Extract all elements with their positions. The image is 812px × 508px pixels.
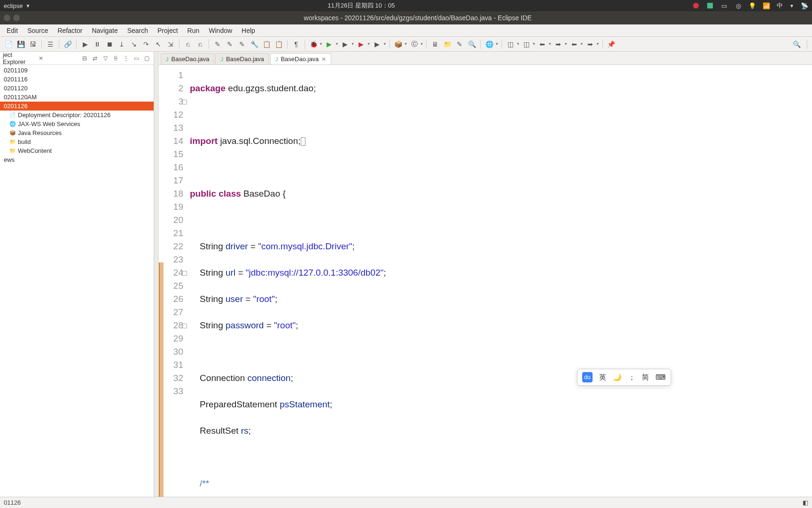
- step-over-button[interactable]: ↷: [141, 39, 152, 50]
- sidebar-close-icon[interactable]: ✕: [38, 55, 44, 62]
- menu-help[interactable]: Help: [237, 25, 260, 36]
- minimize-icon[interactable]: [4, 15, 10, 21]
- minimize-view-icon[interactable]: ▭: [132, 54, 141, 63]
- menu-project[interactable]: Project: [153, 25, 183, 36]
- tb-btn-x2[interactable]: ✎: [454, 39, 465, 50]
- ime-panel[interactable]: du 英 🌙 ； 简 ⌨: [577, 369, 671, 386]
- tb-btn-f[interactable]: 🔧: [249, 39, 260, 50]
- browser-button[interactable]: 🌐: [484, 39, 495, 50]
- lang-dropdown-icon[interactable]: ▼: [789, 3, 794, 8]
- tree-item[interactable]: 0201116: [0, 75, 154, 84]
- resume-button[interactable]: ▶: [79, 39, 91, 50]
- status-icon[interactable]: ◧: [803, 499, 808, 506]
- tb-btn-y1[interactable]: ◫: [505, 39, 516, 50]
- step-return-button[interactable]: ↖: [153, 39, 164, 50]
- tb-btn-c[interactable]: ✎: [212, 39, 223, 50]
- tb-btn-x3[interactable]: 🔍: [466, 39, 477, 50]
- tb-btn-i[interactable]: ¶: [290, 39, 302, 50]
- tree-item[interactable]: ews: [0, 155, 154, 164]
- menu-source[interactable]: Source: [23, 25, 53, 36]
- ext-tools-button[interactable]: ▶: [372, 39, 383, 50]
- wifi-icon[interactable]: 📡: [801, 2, 808, 9]
- run-button[interactable]: ▶: [324, 39, 335, 50]
- tree-child[interactable]: 📦Java Resources: [0, 128, 154, 137]
- tray-icon-1[interactable]: [706, 2, 714, 9]
- search-button[interactable]: 🔍: [791, 39, 802, 50]
- app-menu-dropdown-icon[interactable]: ▼: [25, 3, 30, 8]
- tree-child[interactable]: 📁build: [0, 137, 154, 146]
- maximize-icon[interactable]: [13, 15, 20, 21]
- step-into-button[interactable]: ↘: [128, 39, 140, 50]
- tb-btn-y2[interactable]: ◫: [521, 39, 532, 50]
- tray-icon-2[interactable]: ▭: [720, 2, 728, 9]
- app-menu[interactable]: eclipse: [4, 2, 23, 9]
- browser-dropdown-icon[interactable]: ▼: [495, 42, 499, 46]
- editor-tab-active[interactable]: JBaseDao.java✕: [270, 53, 331, 64]
- editor-tab[interactable]: JBaseDao.java: [215, 53, 269, 64]
- debug-dropdown-icon[interactable]: ▼: [319, 42, 323, 46]
- ime-simplified[interactable]: 简: [642, 373, 649, 382]
- y3-dropdown-icon[interactable]: ▼: [580, 42, 584, 46]
- tray-icon-3[interactable]: ◎: [734, 2, 742, 9]
- ime-moon-icon[interactable]: 🌙: [613, 373, 622, 381]
- new-pkg-button[interactable]: 📦: [393, 39, 404, 50]
- tb-btn-h[interactable]: 📋: [273, 39, 284, 50]
- project-tree[interactable]: 0201109 0201116 0201120 0201120AM 020112…: [0, 65, 154, 497]
- terminate-button[interactable]: ⏹: [104, 39, 115, 50]
- code-content[interactable]: package edu.gzgs.student.dao; import jav…: [187, 65, 812, 497]
- menu-search[interactable]: Search: [123, 25, 153, 36]
- y4-dropdown-icon[interactable]: ▼: [596, 42, 600, 46]
- tb-btn-d[interactable]: ✎: [224, 39, 235, 50]
- disconnect-button[interactable]: ⤓: [116, 39, 127, 50]
- tb-btn-y3[interactable]: ⬅: [569, 39, 580, 50]
- save-all-button[interactable]: 🖫: [27, 39, 39, 50]
- ext-dropdown-icon[interactable]: ▼: [383, 42, 387, 46]
- y2-dropdown-icon[interactable]: ▼: [532, 42, 536, 46]
- run-dropdown-icon[interactable]: ▼: [335, 42, 339, 46]
- tree-item[interactable]: 0201109: [0, 66, 154, 75]
- fwd-button[interactable]: ➡: [553, 39, 564, 50]
- debug-button[interactable]: 🐞: [308, 39, 319, 50]
- collapsed-import-icon[interactable]: [301, 137, 305, 146]
- menu-edit[interactable]: Edit: [2, 25, 23, 36]
- editor-tab[interactable]: JBaseDao.java: [161, 53, 214, 64]
- tb-btn-a[interactable]: ⎌: [182, 39, 194, 50]
- save-button[interactable]: 💾: [15, 39, 26, 50]
- maximize-view-icon[interactable]: ▢: [142, 54, 151, 63]
- tb-btn-y4[interactable]: ➡: [585, 39, 596, 50]
- network-icon[interactable]: 📶: [763, 2, 770, 9]
- tree-child[interactable]: 📄Deployment Descriptor: 20201126: [0, 111, 154, 119]
- suspend-button[interactable]: ⏸: [92, 39, 103, 50]
- new-button[interactable]: 📄: [3, 39, 14, 50]
- coverage-button[interactable]: ▶: [340, 39, 351, 50]
- ime-keyboard-icon[interactable]: ⌨: [656, 373, 666, 381]
- tb-btn-g[interactable]: 📋: [261, 39, 272, 50]
- collapse-all-icon[interactable]: ⊟: [80, 54, 89, 63]
- tree-item[interactable]: 0201120: [0, 84, 154, 93]
- open-type-button[interactable]: ☰: [45, 39, 56, 50]
- menu-run[interactable]: Run: [183, 25, 204, 36]
- tree-item[interactable]: 0201120AM: [0, 93, 154, 102]
- code-editor[interactable]: 1 2 3 12 13 14 15 16 17 18 19 20 21 22 2…: [159, 65, 812, 497]
- view-menu-icon[interactable]: ⋮: [122, 54, 130, 63]
- tree-child[interactable]: 📁WebContent: [0, 146, 154, 155]
- tb-btn-x1[interactable]: 📁: [442, 39, 453, 50]
- back-button[interactable]: ⬅: [537, 39, 548, 50]
- runlast-dropdown-icon[interactable]: ▼: [367, 42, 371, 46]
- focus-icon[interactable]: ⎘: [111, 54, 120, 63]
- link-editor-icon[interactable]: ⇄: [91, 54, 99, 63]
- close-icon[interactable]: ✕: [321, 56, 326, 63]
- tree-child[interactable]: 🌐JAX-WS Web Services: [0, 119, 154, 128]
- ime-mode-en[interactable]: 英: [599, 373, 606, 382]
- run-last-button[interactable]: ▶: [356, 39, 367, 50]
- pin-button[interactable]: 📌: [606, 39, 617, 50]
- class-dropdown-icon[interactable]: ▼: [420, 42, 424, 46]
- tray-icon-4[interactable]: 💡: [749, 2, 756, 9]
- y1-dropdown-icon[interactable]: ▼: [516, 42, 520, 46]
- input-lang[interactable]: 中: [777, 1, 783, 10]
- record-icon[interactable]: [692, 2, 700, 9]
- tree-item-selected[interactable]: 0201126: [0, 102, 154, 111]
- menu-navigate[interactable]: Navigate: [87, 25, 122, 36]
- ime-punct[interactable]: ；: [628, 373, 635, 382]
- new-class-button[interactable]: Ⓒ: [409, 39, 420, 50]
